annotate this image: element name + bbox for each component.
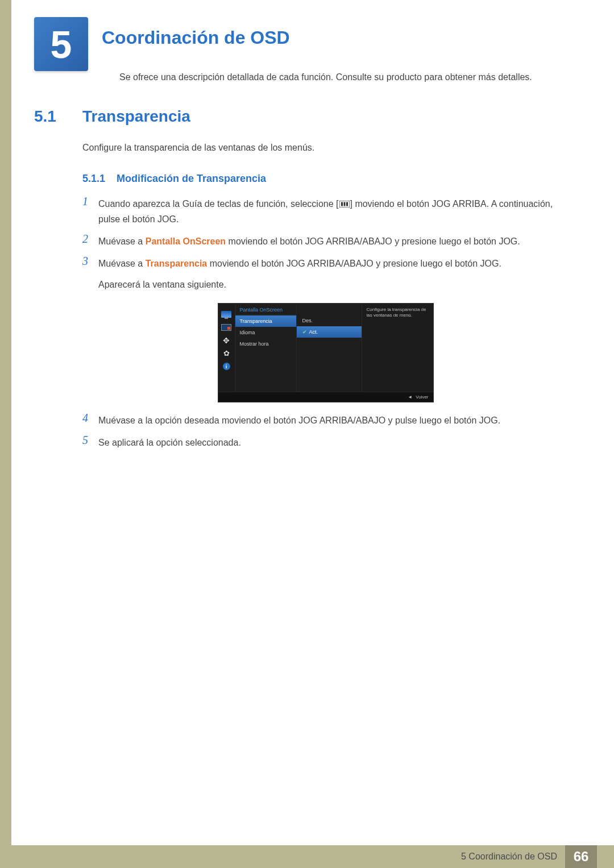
osd-value-on: ✔Act. [297, 326, 362, 338]
subsection-title: Modificación de Transparencia [117, 173, 266, 185]
osd-menu-column: Pantalla OnScreen Transparencia Idioma M… [235, 304, 297, 392]
step-item: 4 Muévase a la opción deseada moviendo e… [82, 413, 569, 428]
step-text: Muévase a Pantalla OnScreen moviendo el … [98, 234, 569, 249]
arrows-icon: ✥ [221, 337, 231, 344]
osd-value-off: Des. [297, 315, 362, 326]
menu-icon [339, 200, 350, 208]
section-header: 5.1 Transparencia [51, 107, 569, 126]
check-icon: ✔ [302, 329, 307, 335]
step-number: 4 [82, 412, 98, 428]
step-text-part: moviendo el botón JOG ARRIBA/ABAJO y pre… [226, 236, 520, 246]
step-item: 3 Muévase a Transparencia moviendo el bo… [82, 256, 569, 292]
svg-rect-1 [341, 202, 343, 206]
step-text: Muévase a la opción deseada moviendo el … [98, 413, 569, 428]
svg-rect-2 [343, 202, 345, 206]
highlight-term: Transparencia [146, 259, 208, 268]
step-text: Se aplicará la opción seleccionada. [98, 435, 569, 450]
step-number: 5 [82, 434, 98, 450]
step-number: 1 [82, 195, 98, 227]
step-number: 2 [82, 232, 98, 249]
step-text: Cuando aparezca la Guía de teclas de fun… [98, 196, 569, 227]
step-item: 2 Muévase a Pantalla OnScreen moviendo e… [82, 234, 569, 249]
osd-value-column: Des. ✔Act. [297, 304, 362, 392]
osd-footer: ◄ Volver [218, 392, 433, 402]
osd-sidebar: ✥ ✿ i [218, 304, 235, 392]
step-number: 3 [82, 255, 98, 292]
chapter-header: 5 Coordinación de OSD [34, 17, 569, 71]
osd-value-label: Act. [309, 329, 318, 335]
chapter-number-badge: 5 [34, 17, 88, 71]
step-text-part: Cuando aparezca la Guía de teclas de fun… [98, 199, 339, 209]
step-text-part: Muévase a [98, 236, 146, 246]
osd-description-panel: Configure la transparencia de las ventan… [362, 304, 433, 392]
back-arrow-icon: ◄ [408, 394, 412, 400]
osd-menu-title: Pantalla OnScreen [235, 304, 296, 315]
step-text: Muévase a Transparencia moviendo el botó… [98, 256, 569, 292]
subsection-header: 5.1.1 Modificación de Transparencia [82, 173, 569, 185]
chapter-title: Coordinación de OSD [102, 27, 290, 48]
osd-menu-item-displaytime: Mostrar hora [235, 338, 296, 350]
osd-menu-item-language: Idioma [235, 327, 296, 338]
highlight-term: Pantalla OnScreen [146, 236, 226, 246]
step-item: 1 Cuando aparezca la Guía de teclas de f… [82, 196, 569, 227]
step-list: 1 Cuando aparezca la Guía de teclas de f… [82, 196, 569, 450]
osd-screenshot: ✥ ✿ i Pantalla OnScreen Transparencia Id… [218, 303, 434, 402]
gear-icon: ✿ [221, 350, 231, 358]
section-title: Transparencia [82, 107, 190, 126]
step-text-part: Muévase a [98, 259, 146, 268]
picture-icon [221, 323, 231, 331]
chapter-subtitle: Se ofrece una descripción detallada de c… [119, 70, 569, 85]
monitor-icon [221, 310, 231, 318]
osd-footer-label: Volver [416, 394, 428, 400]
step-text-part: moviendo el botón JOG ARRIBA/ABAJO y pre… [207, 259, 501, 268]
footer-chapter-label: 5 Coordinación de OSD [461, 852, 565, 862]
page-footer: 5 Coordinación de OSD 66 [0, 845, 614, 868]
info-icon: i [221, 363, 231, 371]
subsection-number: 5.1.1 [82, 173, 105, 185]
svg-rect-3 [346, 202, 348, 206]
section-number: 5.1 [34, 107, 82, 126]
osd-menu-item-transparency: Transparencia [235, 315, 296, 327]
step-item: 5 Se aplicará la opción seleccionada. [82, 435, 569, 450]
step-text-part: Aparecerá la ventana siguiente. [98, 280, 226, 289]
section-description: Configure la transparencia de las ventan… [82, 143, 569, 153]
footer-page-number: 66 [565, 845, 597, 868]
